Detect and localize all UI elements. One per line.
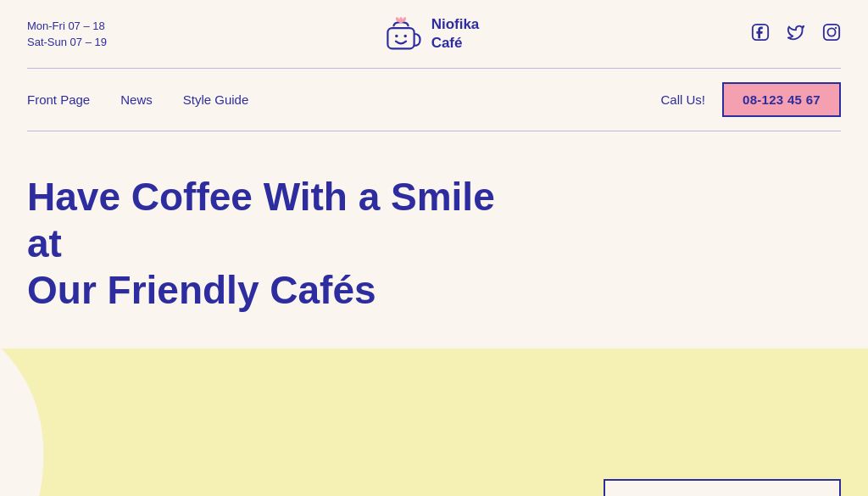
- top-bar: Mon-Fri 07 – 18 Sat-Sun 07 – 19 Niofika …: [0, 0, 868, 68]
- call-us-label: Call Us!: [660, 92, 705, 107]
- yellow-section: YOU'RE WELCOME AT...: [0, 348, 868, 496]
- twitter-icon[interactable]: [787, 23, 805, 46]
- swoosh-decoration: [0, 348, 153, 496]
- hours: Mon-Fri 07 – 18 Sat-Sun 07 – 19: [27, 18, 107, 51]
- top-divider: [27, 68, 841, 69]
- nav-bar: Front Page News Style Guide Call Us! 08-…: [0, 69, 868, 131]
- style-guide-link[interactable]: Style Guide: [183, 92, 249, 107]
- news-link[interactable]: News: [120, 92, 153, 107]
- nav-links: Front Page News Style Guide: [27, 92, 248, 107]
- facebook-icon[interactable]: [751, 23, 770, 46]
- svg-point-1: [395, 35, 398, 37]
- welcome-card: YOU'RE WELCOME AT...: [604, 479, 841, 496]
- instagram-icon[interactable]: [822, 23, 841, 46]
- nav-divider: [27, 131, 841, 131]
- hours-weekday: Mon-Fri 07 – 18: [27, 18, 107, 35]
- call-button[interactable]: 08-123 45 67: [722, 82, 841, 117]
- hero-title: Have Coffee With a Smile at Our Friendly…: [27, 174, 502, 315]
- logo-text: Niofika Café: [431, 15, 480, 53]
- nav-right: Call Us! 08-123 45 67: [660, 82, 841, 117]
- hours-weekend: Sat-Sun 07 – 19: [27, 34, 107, 51]
- svg-point-5: [827, 28, 835, 36]
- svg-rect-0: [387, 28, 414, 48]
- hero: Have Coffee With a Smile at Our Friendly…: [0, 131, 868, 340]
- logo-icon: [379, 12, 423, 56]
- svg-rect-4: [824, 24, 839, 39]
- front-page-link[interactable]: Front Page: [27, 92, 90, 107]
- svg-point-2: [403, 35, 406, 37]
- social-icons: [751, 23, 841, 46]
- logo[interactable]: Niofika Café: [379, 12, 480, 56]
- svg-point-6: [835, 26, 837, 28]
